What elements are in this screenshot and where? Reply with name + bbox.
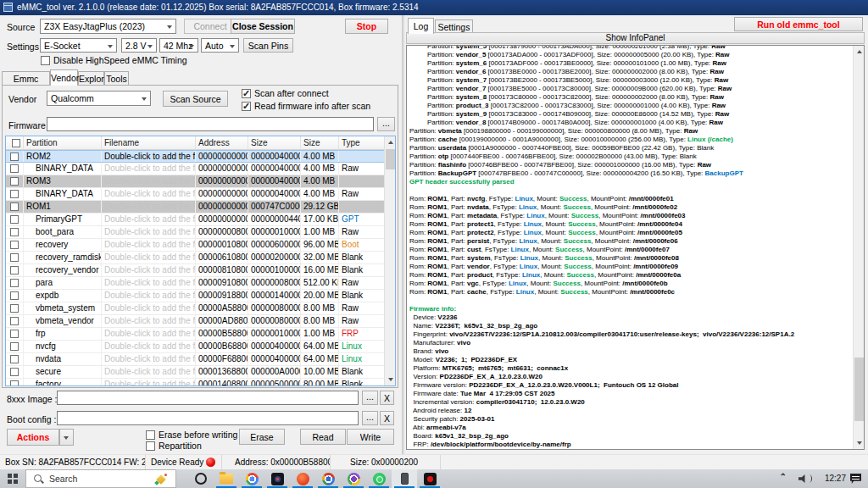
repartition-checkbox[interactable]: Repartition [146, 441, 202, 451]
volume-icon[interactable] [798, 474, 807, 483]
scan-source-button[interactable]: Scan Source [163, 91, 228, 107]
table-row[interactable]: PrimaryGPTDouble-click to add the file00… [6, 214, 386, 226]
taskbar-app-whatsapp[interactable] [366, 469, 392, 488]
row-checkbox[interactable] [10, 330, 19, 338]
table-scrollbar[interactable] [384, 136, 395, 385]
filename-cell[interactable]: Double-click to add the file [102, 226, 196, 238]
firmware-input[interactable] [47, 117, 374, 131]
start-button[interactable] [0, 469, 25, 488]
taskbar-app-chrome-profile[interactable] [315, 469, 341, 488]
row-checkbox[interactable] [10, 253, 19, 262]
boot-clear-button[interactable]: X [380, 411, 394, 425]
clock[interactable]: 12:27 AM [825, 469, 846, 488]
search-input[interactable]: Search [25, 469, 176, 488]
socket-dropdown[interactable]: E-Socket [40, 38, 117, 53]
scroll-up-icon[interactable] [854, 46, 865, 58]
copilot-icon[interactable] [155, 474, 167, 485]
filename-cell[interactable]: Double-click to add the file [102, 175, 196, 187]
taskbar-app-screen-recorder[interactable] [417, 469, 442, 488]
boot-browse-button[interactable]: ... [362, 411, 378, 425]
filename-cell[interactable]: Double-click to add the file [102, 328, 196, 340]
row-checkbox[interactable] [10, 202, 19, 211]
filename-cell[interactable]: Double-click to add the file [102, 277, 196, 289]
table-row[interactable]: BINARY_DATADouble-click to add the file0… [6, 163, 386, 175]
filename-cell[interactable]: Double-click to add the file [102, 353, 196, 365]
scrollbar-thumb[interactable] [854, 358, 864, 421]
stop-button[interactable]: Stop [345, 19, 388, 34]
write-button[interactable]: Write [347, 429, 394, 445]
source-dropdown[interactable]: Z3X EasyJtagPlus (2023) [40, 19, 176, 34]
header-address[interactable]: Address [196, 136, 248, 149]
table-row[interactable]: ROM3Double-click to add the file00000000… [6, 175, 386, 188]
row-checkbox[interactable] [10, 317, 19, 325]
taskbar-app-opera[interactable] [188, 469, 214, 488]
table-row[interactable]: vbmeta_vendorDouble-click to add the fil… [6, 315, 386, 328]
filename-cell[interactable]: Double-click to add the file [102, 366, 196, 378]
row-checkbox[interactable] [10, 279, 19, 287]
vendor-dropdown[interactable]: Qualcomm [47, 91, 151, 106]
row-checkbox[interactable] [10, 164, 19, 173]
boot-config-input[interactable] [57, 411, 359, 425]
filename-cell[interactable]: Double-click to add the file [102, 163, 196, 175]
scroll-down-icon[interactable] [385, 374, 396, 385]
table-row[interactable]: recovery_vendorDouble-click to add the f… [6, 264, 386, 277]
read-button[interactable]: Read [300, 429, 346, 445]
firmware-browse-button[interactable]: ... [377, 117, 395, 131]
table-row[interactable]: ROM2Double-click to add the file00000000… [6, 150, 386, 163]
table-row[interactable]: frpDouble-click to add the file00000B588… [6, 328, 386, 341]
show-infopanel-button[interactable]: Show InfoPanel [406, 32, 865, 44]
highspeed-checkbox[interactable]: Disable HighSpeed eMMC Timing [41, 55, 187, 65]
table-row[interactable]: recoveryDouble-click to add the file0000… [6, 239, 386, 252]
table-row[interactable]: expdbDouble-click to add the file0000091… [6, 290, 386, 302]
header-filename[interactable]: Filename [102, 136, 196, 149]
row-checkbox[interactable] [10, 304, 19, 313]
log-area[interactable]: Partition: system_5 [000173879000 - 0001… [406, 45, 865, 450]
erase-before-writing-checkbox[interactable]: Erase before writing [146, 430, 237, 440]
read-fw-info-checkbox[interactable]: Read firmware info after scan [242, 101, 370, 111]
scan-pins-button[interactable]: Scan Pins [243, 38, 293, 53]
taskbar-app-chrome-profile2[interactable] [341, 469, 366, 488]
row-checkbox[interactable] [10, 266, 19, 274]
filename-cell[interactable]: Double-click to add the file [102, 264, 196, 276]
filename-cell[interactable]: Double-click to add the file [102, 379, 196, 386]
filename-cell[interactable]: Double-click to add the file [102, 302, 196, 314]
tab-vendor[interactable]: Vendor [50, 69, 78, 86]
actions-dropdown-button[interactable] [59, 429, 74, 446]
filename-cell[interactable]: Double-click to add the file [102, 315, 196, 327]
image-browse-button[interactable]: ... [362, 391, 378, 405]
table-row[interactable]: secureDouble-click to add the file000013… [6, 366, 386, 379]
filename-cell[interactable]: Double-click to add the file [102, 151, 196, 162]
table-row[interactable]: ROM1Double-click to add the file00000000… [6, 201, 386, 214]
select-all-checkbox[interactable] [12, 139, 20, 147]
voltage-dropdown[interactable]: 2.8 V [121, 38, 157, 53]
scan-after-connect-checkbox[interactable]: Scan after connect [242, 88, 329, 98]
taskbar-app-media-player[interactable] [264, 469, 290, 488]
tab-log[interactable]: Log [408, 18, 434, 34]
header-size-h[interactable]: Size [301, 136, 339, 149]
header-type[interactable]: Type [339, 136, 386, 149]
run-old-emmc-tool-button[interactable]: Run old emmc_tool [734, 17, 863, 31]
tab-tools[interactable]: Tools [104, 71, 129, 86]
taskbar-app-chrome[interactable] [239, 469, 264, 488]
filename-cell[interactable]: Double-click to add the file [102, 188, 196, 200]
log-scrollbar[interactable] [853, 46, 864, 449]
table-row[interactable]: nvdataDouble-click to add the file00000F… [6, 353, 386, 366]
filename-cell[interactable]: Double-click to add the file [102, 201, 196, 213]
scroll-up-icon[interactable] [385, 136, 396, 148]
tray-expand-icon[interactable]: ⌃ [780, 472, 787, 481]
filename-cell[interactable]: Double-click to add the file [102, 214, 196, 225]
table-row[interactable]: recovery_ramdiskDouble-click to add the … [6, 252, 386, 264]
scroll-down-icon[interactable] [854, 437, 865, 449]
filename-cell[interactable]: Double-click to add the file [102, 252, 196, 263]
table-row[interactable]: factoryDouble-click to add the file00001… [6, 379, 386, 386]
row-checkbox[interactable] [10, 228, 19, 236]
taskbar-app-file-explorer[interactable] [214, 469, 239, 488]
tab-explorer[interactable]: Explorer [78, 71, 104, 86]
tab-emmc-settings[interactable]: Emmc Settings [2, 71, 50, 86]
frequency-dropdown[interactable]: 42 Mhz [159, 38, 198, 53]
erase-button[interactable]: Erase [239, 429, 285, 445]
row-checkbox[interactable] [10, 342, 19, 351]
table-row[interactable]: vbmeta_systemDouble-click to add the fil… [6, 302, 386, 315]
row-checkbox[interactable] [10, 355, 19, 363]
table-row[interactable]: BINARY_DATADouble-click to add the file0… [6, 188, 386, 201]
